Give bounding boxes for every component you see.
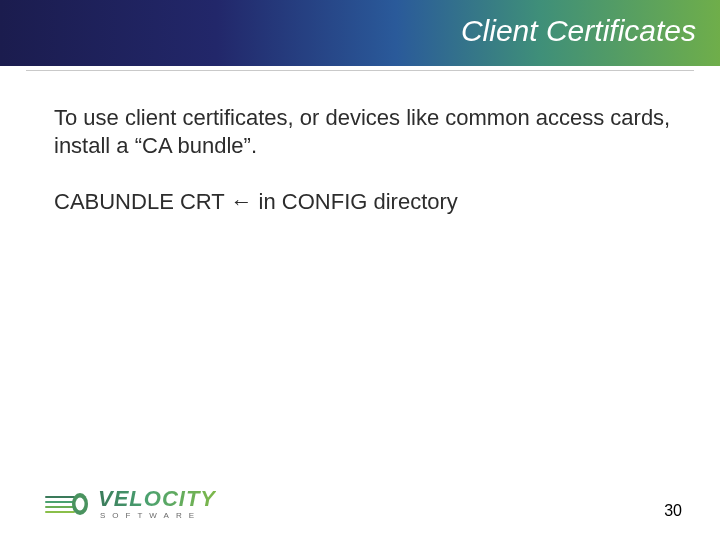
slide-title: Client Certificates bbox=[461, 14, 696, 48]
page-number: 30 bbox=[664, 502, 682, 520]
svg-point-1 bbox=[76, 498, 85, 511]
paragraph-1: To use client certificates, or devices l… bbox=[54, 104, 682, 160]
velocity-mark-icon bbox=[44, 491, 90, 517]
slide: Client Certificates To use client certif… bbox=[0, 0, 720, 540]
divider bbox=[26, 70, 694, 71]
logo-subtext: SOFTWARE bbox=[100, 512, 216, 520]
velocity-logo: VELOCITY SOFTWARE bbox=[44, 488, 216, 520]
body-text: To use client certificates, or devices l… bbox=[54, 104, 682, 244]
paragraph-2: CABUNDLE CRT ← in CONFIG directory bbox=[54, 188, 682, 216]
velocity-logo-text: VELOCITY SOFTWARE bbox=[98, 488, 216, 520]
title-bar: Client Certificates bbox=[0, 0, 720, 66]
logo-word: VELOCITY bbox=[98, 488, 216, 510]
